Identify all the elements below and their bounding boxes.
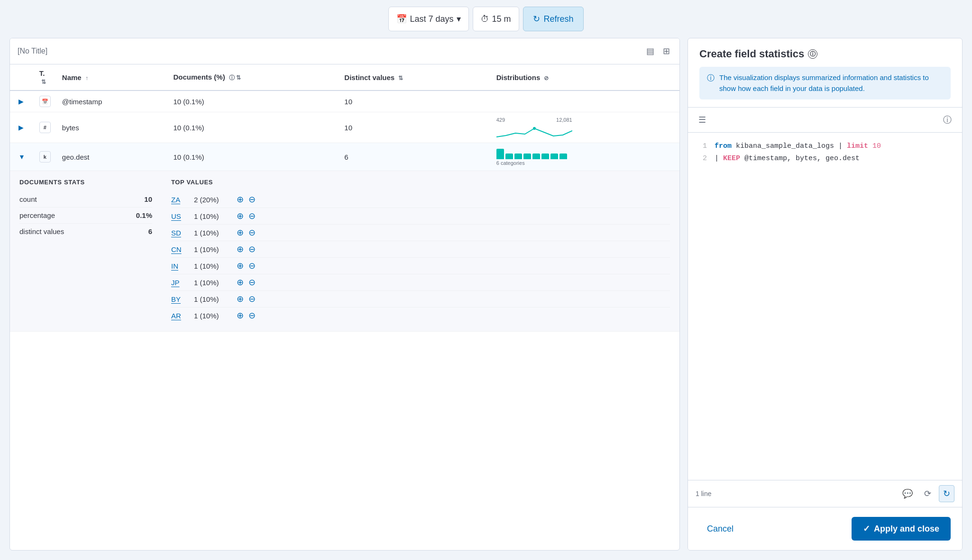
filter-in-cn-button[interactable]: ⊕ (236, 244, 245, 254)
filter-out-cn-button[interactable]: ⊖ (248, 244, 257, 254)
distinct-bytes: 10 (344, 124, 352, 132)
distinct-geodest: 6 (344, 153, 348, 161)
col-distributions-header: Distributions ⊘ (491, 64, 679, 90)
refresh-icon: ↻ (533, 14, 540, 24)
value-name-sd[interactable]: SD (171, 229, 190, 237)
apply-label: Apply and close (874, 524, 939, 534)
cat-bar (514, 154, 522, 159)
editor-bottom-bar: 1 line 💬 ⟳ ↻ (688, 480, 962, 507)
code-line-1: 1 from kibana_sample_data_logs | limit 1… (697, 140, 953, 153)
col-distinct-header[interactable]: Distinct values ⇅ (339, 64, 490, 90)
cancel-button[interactable]: Cancel (699, 519, 741, 539)
cat-bar (550, 154, 558, 159)
value-name-cn[interactable]: CN (171, 245, 190, 253)
right-panel-header: Create field statistics ⓘ ⓘ The visualiz… (688, 38, 962, 108)
value-name-za[interactable]: ZA (171, 196, 190, 204)
cat-bar (505, 154, 513, 159)
stat-value-distinct: 6 (148, 227, 152, 235)
history-button[interactable]: ⟳ (920, 485, 935, 502)
left-panel: [No Title] ▤ ⊞ T. ⇅ Name (9, 38, 680, 551)
stat-row-pct: percentage 0.1% (19, 208, 152, 224)
sparkline-chart (496, 124, 572, 138)
sparkline-max: 12,081 (556, 117, 572, 123)
stat-row-count: count 10 (19, 191, 152, 208)
filter-in-us-button[interactable]: ⊕ (236, 211, 245, 221)
value-count-ar: 1 (10%) (194, 312, 232, 320)
filter-out-sd-button[interactable]: ⊖ (248, 227, 257, 238)
clock-icon: ⏱ (481, 14, 489, 24)
filter-out-in-button[interactable]: ⊖ (248, 261, 257, 271)
filter-out-za-button[interactable]: ⊖ (248, 194, 257, 205)
filter-out-us-button[interactable]: ⊖ (248, 211, 257, 221)
filter-in-jp-button[interactable]: ⊕ (236, 277, 245, 288)
expanded-content: DOCUMENTS STATS count 10 percentage 0.1% (19, 179, 670, 324)
chevron-down-icon: ▾ (457, 14, 461, 24)
value-name-by[interactable]: BY (171, 295, 190, 303)
comment-button[interactable]: 💬 (899, 485, 917, 502)
grid-button[interactable]: ⊞ (661, 44, 672, 58)
bytes-distribution: 429 12,081 (496, 117, 674, 138)
apply-close-button[interactable]: ✓ Apply and close (852, 517, 951, 541)
stat-row-distinct: distinct values 6 (19, 224, 152, 239)
col-name-header[interactable]: Name ↑ (56, 64, 168, 90)
run-button[interactable]: ↻ (939, 485, 954, 502)
filter-in-ar-button[interactable]: ⊕ (236, 310, 245, 321)
code-area[interactable]: 1 from kibana_sample_data_logs | limit 1… (688, 133, 962, 480)
cat-bar (523, 154, 531, 159)
doc-pct-geodest: 10 (0.1%) (174, 153, 204, 161)
filter-in-za-button[interactable]: ⊕ (236, 194, 245, 205)
col-documents-header[interactable]: Documents (%) ⓘ ⇅ (168, 64, 339, 90)
title-info-icon[interactable]: ⓘ (808, 49, 817, 59)
value-count-in: 1 (10%) (194, 262, 232, 270)
refresh-button[interactable]: ↻ Refresh (523, 7, 584, 31)
editor-toolbar: ☰ ⓘ (688, 108, 962, 133)
line-number-1: 1 (697, 140, 707, 153)
line-number-2: 2 (697, 153, 707, 165)
date-picker-button[interactable]: 📅 Last 7 days ▾ (388, 7, 468, 31)
code-content-2: | KEEP @timestamp, bytes, geo.dest (715, 153, 860, 165)
editor-info-icon-button[interactable]: ⓘ (940, 112, 954, 127)
doc-stats-title: DOCUMENTS STATS (19, 179, 152, 186)
main-content: [No Title] ▤ ⊞ T. ⇅ Name (0, 38, 972, 560)
value-name-in[interactable]: IN (171, 262, 190, 270)
filter-out-jp-button[interactable]: ⊖ (248, 277, 257, 288)
panel-header-actions: ▤ ⊞ (644, 44, 672, 58)
code-content-1: from kibana_sample_data_logs | limit 10 (715, 140, 881, 153)
filter-out-ar-button[interactable]: ⊖ (248, 310, 257, 321)
value-row-cn: CN 1 (10%) ⊕ ⊖ (171, 241, 670, 258)
expand-timestamp-button[interactable]: ▶ (16, 97, 27, 106)
interval-label: 15 m (492, 14, 511, 24)
filter-in-sd-button[interactable]: ⊕ (236, 227, 245, 238)
cat-bar (541, 154, 549, 159)
cat-bar (496, 149, 504, 159)
panel-title: [No Title] (18, 47, 47, 55)
value-count-jp: 1 (10%) (194, 279, 232, 287)
col-type-header[interactable]: T. ⇅ (34, 64, 56, 90)
value-name-us[interactable]: US (171, 212, 190, 220)
value-count-sd: 1 (10%) (194, 229, 232, 237)
field-name-timestamp: @timestamp (62, 98, 102, 106)
stat-label-pct: percentage (19, 211, 55, 219)
info-box-icon: ⓘ (707, 73, 715, 83)
filter-in-by-button[interactable]: ⊕ (236, 294, 245, 304)
value-row-sd: SD 1 (10%) ⊕ ⊖ (171, 225, 670, 241)
top-values-title: TOP VALUES (171, 179, 670, 186)
expand-geodest-button[interactable]: ▼ (16, 152, 28, 162)
interval-button[interactable]: ⏱ 15 m (473, 7, 519, 31)
value-count-by: 1 (10%) (194, 295, 232, 303)
filter-button[interactable]: ▤ (644, 44, 656, 58)
value-name-ar[interactable]: AR (171, 312, 190, 320)
geodest-distribution: 6 categories (496, 148, 674, 166)
date-range-label: Last 7 days (410, 14, 453, 24)
info-box: ⓘ The visualization displays summarized … (699, 67, 951, 99)
stat-label-count: count (19, 195, 37, 203)
col-expand (10, 64, 34, 90)
filter-in-in-button[interactable]: ⊕ (236, 261, 245, 271)
expand-bytes-button[interactable]: ▶ (16, 123, 27, 132)
filter-out-by-button[interactable]: ⊖ (248, 294, 257, 304)
table-row: ▼ k geo.dest 10 (0.1%) 6 (10, 143, 679, 171)
value-name-jp[interactable]: JP (171, 279, 190, 287)
code-editor: ☰ ⓘ 1 from kibana_sample_data_logs | lim… (688, 108, 962, 507)
editor-list-icon-button[interactable]: ☰ (696, 113, 709, 127)
type-badge-geodest: k (39, 151, 51, 163)
